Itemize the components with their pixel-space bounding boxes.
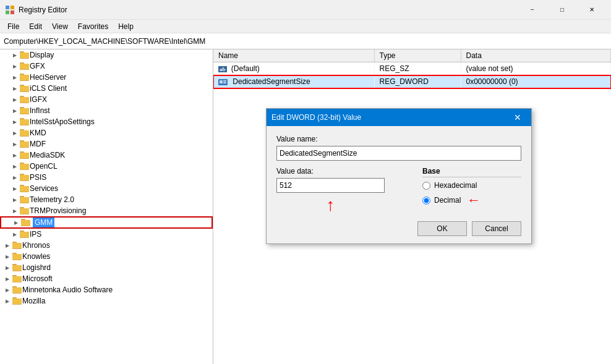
expander-icon: ▶ [2,263,12,273]
folder-icon [12,286,22,294]
tree-item-kmd[interactable]: ▶ KMD [0,127,213,138]
expander-icon: ▶ [2,296,12,306]
expander-icon: ▶ [10,139,20,149]
folder-icon [20,140,30,148]
svg-rect-1 [11,6,14,9]
tree-item-intelsstapossettings[interactable]: ▶ IntelSstApoSettings [0,116,213,127]
tree-item-heciserver[interactable]: ▶ HeciServer [0,72,213,83]
folder-icon [20,184,30,193]
decimal-option[interactable]: Decimal ← [422,192,521,208]
expander-icon: ▶ [10,106,20,116]
tree-item-gmm[interactable]: ▶ GMM [0,216,213,229]
svg-rect-39 [20,175,29,180]
gmm-label: GMM [33,218,54,227]
value-data-input[interactable] [276,178,385,193]
svg-rect-12 [20,75,29,80]
expander-icon: ▶ [10,195,20,205]
tree-item-khronos[interactable]: ▶ Khronos [0,240,213,251]
tree-item-psis[interactable]: ▶ PSIS [0,172,213,183]
folder-icon [20,206,30,215]
app-icon [5,5,15,15]
close-button[interactable]: ✕ [578,0,606,20]
hexadecimal-option[interactable]: Hexadecimal [422,181,521,190]
menu-edit[interactable]: Edit [24,21,47,32]
menu-bar: File Edit View Favorites Help [0,20,611,33]
tree-item-minnetonka[interactable]: ▶ Minnetonka Audio Software [0,284,213,295]
expander-icon: ▶ [10,161,20,171]
tree-item-infinst[interactable]: ▶ InfInst [0,105,213,116]
expander-icon: ▶ [2,285,12,295]
tree-item-ips[interactable]: ▶ IPS [0,229,213,240]
folder-icon [12,263,22,272]
expander-icon: ▶ [2,274,12,284]
tree-label: MDF [30,140,46,148]
tree-item-opencl[interactable]: ▶ OpenCL [0,161,213,172]
ok-button[interactable]: OK [417,221,467,236]
value-name-input[interactable] [276,146,521,161]
tree-label: IPS [30,230,41,239]
svg-rect-51 [21,220,30,226]
hexadecimal-radio[interactable] [422,182,430,190]
expander-icon: ▶ [2,240,12,250]
svg-rect-2 [6,11,9,14]
minimize-button[interactable]: − [518,0,547,20]
svg-rect-48 [20,208,29,214]
tree-label: Khronos [22,241,50,250]
svg-rect-74 [220,80,223,83]
tree-label: Mozilla [22,297,45,305]
svg-rect-54 [20,232,29,237]
menu-help[interactable]: Help [113,21,139,32]
cancel-button[interactable]: Cancel [472,221,521,236]
dialog-title: Edit DWORD (32-bit) Value [271,113,509,122]
tree-label: InfInst [30,106,50,115]
menu-file[interactable]: File [2,21,24,32]
svg-rect-9 [20,64,29,69]
expander-icon: ▶ [10,83,20,93]
tree-item-mdf[interactable]: ▶ MDF [0,138,213,150]
folder-icon [12,241,22,250]
tree-item-logishrd[interactable]: ▶ Logishrd [0,262,213,273]
expander-icon: ▶ [10,172,20,182]
dialog-body: Value name: Value data: ↑ Base [267,126,531,243]
svg-rect-72 [12,298,22,304]
svg-rect-18 [20,97,29,103]
col-type: Type [374,49,461,62]
dialog-title-bar: Edit DWORD (32-bit) Value ✕ [267,109,531,126]
tree-item-knowles[interactable]: ▶ Knowles [0,251,213,262]
menu-favorites[interactable]: Favorites [73,21,113,32]
folder-icon [20,117,30,126]
reg-icon [218,78,228,87]
tree-item-mediasdk[interactable]: ▶ MediaSDK [0,150,213,161]
svg-rect-33 [20,153,29,158]
tree-item-gfx[interactable]: ▶ GFX [0,61,213,72]
table-row-dedicated[interactable]: DedicatedSegmentSize REG_DWORD 0x0000000… [213,75,611,89]
tree-label: Minnetonka Audio Software [22,286,113,294]
edit-dword-dialog[interactable]: Edit DWORD (32-bit) Value ✕ Value name: … [266,108,532,244]
tree-item-mozilla[interactable]: ▶ Mozilla [0,295,213,307]
tree-item-igfx[interactable]: ▶ IGFX [0,94,213,105]
expander-icon: ▶ [10,150,20,160]
maximize-button[interactable]: □ [548,0,576,20]
folder-icon [20,51,30,59]
svg-rect-45 [20,197,29,203]
tree-item-microsoft[interactable]: ▶ Microsoft [0,273,213,284]
tree-item-icls[interactable]: ▶ iCLS Client [0,83,213,94]
svg-rect-15 [20,86,29,91]
tree-item-display[interactable]: ▶ Display [0,49,213,61]
svg-rect-69 [12,287,22,293]
folder-icon [20,62,30,70]
svg-rect-42 [20,186,29,192]
tree-label: OpenCL [30,162,58,171]
menu-view[interactable]: View [47,21,73,32]
tree-item-telemetry[interactable]: ▶ Telemetry 2.0 [0,194,213,205]
tree-panel: ▶ Display ▶ GFX ▶ HeciSer [0,49,213,364]
expander-icon: ▶ [2,252,12,261]
row-name: DedicatedSegmentSize [213,75,374,89]
tree-item-trmprovisioning[interactable]: ▶ TRMProvisioning [0,205,213,216]
tree-item-services[interactable]: ▶ Services [0,183,213,194]
dialog-close-button[interactable]: ✕ [509,109,526,126]
folder-icon [20,195,30,204]
decimal-radio[interactable] [422,197,430,205]
folder-icon [20,129,30,137]
table-row[interactable]: ab (Default) REG_SZ (value not set) [213,62,611,75]
